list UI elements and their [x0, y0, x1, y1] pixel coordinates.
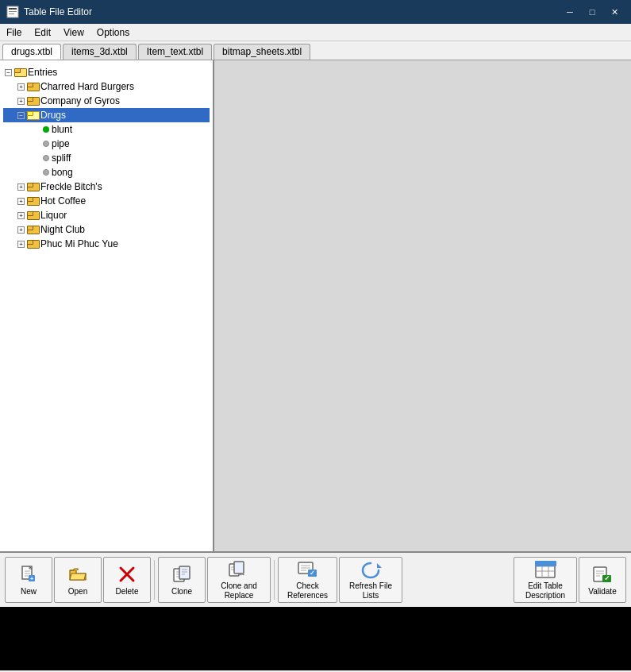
- delete-button[interactable]: Delete: [103, 557, 151, 603]
- refresh-button[interactable]: Refresh File Lists: [339, 557, 402, 603]
- svg-rect-1: [9, 8, 17, 10]
- nightclub-expand[interactable]: +: [17, 226, 25, 234]
- clone-icon: [171, 563, 193, 585]
- separator-1: [154, 560, 155, 600]
- open-button[interactable]: Open: [54, 557, 102, 603]
- tab-items3d[interactable]: items_3d.xtbl: [63, 44, 137, 60]
- check-references-icon: ✓: [297, 559, 319, 580]
- app-icon: [6, 6, 19, 18]
- nightclub-label: Night Club: [40, 224, 85, 235]
- drugs-expand[interactable]: −: [17, 112, 25, 119]
- maximize-button[interactable]: □: [582, 4, 602, 20]
- edit-table-button[interactable]: Edit Table Description: [514, 557, 577, 603]
- freckle-label: Freckle Bitch's: [40, 181, 102, 192]
- delete-button-label: Delete: [116, 587, 139, 597]
- window-controls: ─ □ ✕: [560, 4, 625, 20]
- tree-item-hotcoffee[interactable]: + Hot Coffee: [3, 194, 210, 208]
- tree-item-liquor[interactable]: + Liquor: [3, 208, 210, 222]
- pipe-dot: [43, 141, 49, 147]
- spliff-dot: [43, 155, 49, 161]
- tree-item-blunt[interactable]: blunt: [3, 122, 210, 137]
- tab-drugs[interactable]: drugs.xtbl: [2, 44, 61, 60]
- phuc-label: Phuc Mi Phuc Yue: [40, 238, 118, 249]
- tree-item-nightclub[interactable]: + Night Club: [3, 222, 210, 237]
- charred-folder-icon: [26, 80, 39, 93]
- minimize-button[interactable]: ─: [560, 4, 580, 20]
- tree-item-drugs[interactable]: − Drugs: [3, 108, 210, 122]
- validate-button-label: Validate: [588, 587, 616, 597]
- company-folder-icon: [26, 95, 39, 107]
- new-file-icon: +: [17, 563, 40, 585]
- tab-bitmapsheets[interactable]: bitmap_sheets.xtbl: [214, 44, 310, 60]
- menu-view[interactable]: View: [57, 24, 90, 41]
- tree-item-spliff[interactable]: spliff: [3, 151, 210, 165]
- open-folder-icon: [67, 563, 89, 585]
- open-button-label: Open: [68, 587, 87, 597]
- svg-text:✓: ✓: [604, 574, 610, 582]
- drugs-folder-icon: [26, 109, 39, 122]
- liquor-expand[interactable]: +: [17, 212, 25, 219]
- menu-edit[interactable]: Edit: [28, 24, 57, 41]
- tab-bar: drugs.xtbl items_3d.xtbl Item_text.xtbl …: [0, 41, 631, 60]
- tree-item-phuc[interactable]: + Phuc Mi Phuc Yue: [3, 237, 210, 251]
- freckle-expand[interactable]: +: [17, 183, 25, 191]
- tree-item-bong[interactable]: bong: [3, 165, 210, 180]
- refresh-icon: [360, 559, 382, 580]
- company-expand[interactable]: +: [17, 98, 25, 105]
- liquor-folder-icon: [26, 209, 39, 222]
- clone-button[interactable]: Clone: [158, 557, 206, 603]
- hotcoffee-folder-icon: [26, 195, 39, 207]
- freckle-folder-icon: [26, 180, 39, 193]
- nightclub-folder-icon: [26, 223, 39, 236]
- menu-bar: File Edit View Options: [0, 24, 631, 41]
- bong-dot: [43, 169, 49, 176]
- tree-item-freckle[interactable]: + Freckle Bitch's: [3, 180, 210, 194]
- tree-item-charred[interactable]: + Charred Hard Burgers: [3, 79, 210, 94]
- hotcoffee-label: Hot Coffee: [40, 195, 86, 207]
- menu-file[interactable]: File: [0, 24, 28, 41]
- blunt-dot: [43, 126, 49, 133]
- separator-2: [274, 560, 275, 600]
- svg-rect-16: [179, 566, 190, 579]
- title-bar: Table File Editor ─ □ ✕: [0, 0, 631, 24]
- clone-replace-icon: ↔: [228, 559, 250, 580]
- charred-label: Charred Hard Burgers: [40, 81, 134, 92]
- clone-replace-button[interactable]: ↔ Clone and Replace: [207, 557, 271, 603]
- svg-rect-2: [9, 11, 17, 12]
- entries-label: Entries: [28, 67, 57, 78]
- validate-icon: ✓: [591, 563, 614, 585]
- svg-text:✓: ✓: [310, 570, 315, 577]
- check-references-button[interactable]: ✓ Check References: [278, 557, 337, 603]
- validate-button[interactable]: ✓ Validate: [579, 557, 626, 603]
- menu-options[interactable]: Options: [90, 24, 136, 41]
- tree-item-pipe[interactable]: pipe: [3, 137, 210, 151]
- tree-panel[interactable]: − Entries + Charred Hard Burgers +: [0, 60, 214, 551]
- tree-item-company[interactable]: + Company of Gyros: [3, 94, 210, 108]
- company-label: Company of Gyros: [40, 95, 120, 106]
- bottom-panel: [0, 607, 631, 670]
- charred-expand[interactable]: +: [17, 83, 25, 91]
- svg-marker-31: [377, 563, 382, 568]
- refresh-button-label: Refresh File Lists: [341, 581, 400, 601]
- edit-table-icon: [534, 559, 556, 580]
- close-button[interactable]: ✕: [604, 4, 625, 20]
- hotcoffee-expand[interactable]: +: [17, 198, 25, 205]
- phuc-expand[interactable]: +: [17, 241, 25, 248]
- svg-rect-3: [9, 14, 14, 14]
- new-button[interactable]: + New: [5, 557, 52, 603]
- right-panel: [214, 60, 631, 551]
- pipe-label: pipe: [52, 138, 70, 149]
- tree-entries-root[interactable]: − Entries: [3, 65, 210, 79]
- new-button-label: New: [21, 587, 37, 597]
- drugs-label: Drugs: [40, 110, 66, 121]
- svg-text:↔: ↔: [239, 570, 246, 578]
- spliff-label: spliff: [52, 153, 71, 164]
- entries-expand[interactable]: −: [5, 69, 12, 76]
- window-title: Table File Editor: [24, 6, 560, 17]
- clone-button-label: Clone: [171, 587, 192, 597]
- clone-replace-button-label: Clone and Replace: [210, 581, 268, 601]
- toolbar: + New Open Delete: [0, 551, 631, 607]
- tab-itemtext[interactable]: Item_text.xtbl: [138, 44, 212, 60]
- check-references-button-label: Check References: [280, 581, 335, 601]
- liquor-label: Liquor: [40, 210, 67, 221]
